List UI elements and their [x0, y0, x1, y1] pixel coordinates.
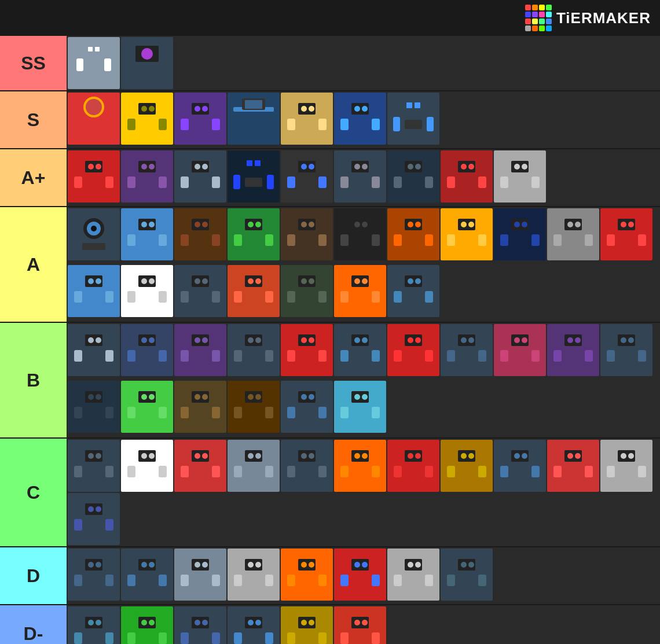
char-slot-s-4[interactable]	[281, 93, 333, 145]
char-slot-a-0[interactable]	[68, 208, 120, 260]
svg-point-224	[522, 222, 527, 227]
char-slot-ap-1[interactable]	[121, 150, 173, 203]
char-slot-b-15[interactable]	[281, 381, 333, 433]
char-slot-a-1[interactable]	[121, 208, 173, 260]
char-slot-a-2[interactable]	[174, 208, 226, 260]
char-slot-dm-4[interactable]	[281, 606, 333, 644]
char-slot-ap-2[interactable]	[174, 150, 226, 203]
svg-rect-409	[628, 365, 635, 373]
char-slot-a-12[interactable]	[121, 265, 173, 317]
svg-rect-61	[352, 134, 358, 142]
svg-rect-192	[299, 249, 305, 257]
char-slot-b-9[interactable]	[547, 324, 599, 376]
char-slot-ap-0[interactable]	[68, 150, 120, 203]
char-slot-b-1[interactable]	[121, 324, 173, 376]
svg-rect-472	[96, 481, 102, 489]
char-slot-b-13[interactable]	[174, 381, 226, 433]
svg-point-430	[195, 394, 200, 400]
char-slot-b-12[interactable]	[121, 381, 173, 433]
char-slot-b-6[interactable]	[387, 324, 439, 376]
char-slot-d-1[interactable]	[121, 549, 173, 601]
char-slot-b-3[interactable]	[228, 324, 280, 376]
svg-rect-426	[139, 422, 145, 430]
char-slot-c-0[interactable]	[68, 440, 120, 492]
char-slot-ap-4[interactable]	[281, 150, 333, 203]
char-slot-a-14[interactable]	[228, 265, 280, 317]
char-slot-b-10[interactable]	[600, 324, 652, 376]
svg-rect-524	[425, 466, 433, 477]
char-slot-a-5[interactable]	[334, 208, 386, 260]
char-slot-c-11[interactable]	[68, 493, 120, 545]
svg-rect-498	[245, 481, 252, 489]
svg-rect-577	[74, 575, 82, 586]
char-slot-s-1[interactable]	[121, 93, 173, 145]
char-slot-c-8[interactable]	[494, 440, 546, 492]
char-slot-d-4[interactable]	[281, 549, 333, 601]
char-slot-ap-6[interactable]	[387, 150, 439, 203]
char-slot-dm-1[interactable]	[121, 606, 173, 644]
char-slot-dm-3[interactable]	[228, 606, 280, 644]
svg-rect-407	[638, 350, 646, 362]
char-slot-d-3[interactable]	[228, 549, 280, 601]
char-slot-dm-5[interactable]	[334, 606, 386, 644]
char-slot-s-0[interactable]	[68, 93, 120, 145]
svg-rect-436	[202, 422, 208, 430]
char-slot-a-13[interactable]	[174, 265, 226, 317]
char-slot-b-0[interactable]	[68, 324, 120, 376]
char-slot-c-5[interactable]	[334, 440, 386, 492]
svg-rect-37	[192, 134, 199, 142]
char-slot-c-7[interactable]	[441, 440, 493, 492]
char-slot-ap-5[interactable]	[334, 150, 386, 203]
char-slot-d-0[interactable]	[68, 549, 120, 601]
char-slot-a-17[interactable]	[387, 265, 439, 317]
char-slot-s-6[interactable]	[387, 93, 439, 145]
svg-rect-29	[149, 134, 155, 142]
char-slot-c-9[interactable]	[547, 440, 599, 492]
tier-row-ss: SS	[0, 36, 660, 91]
char-slot-d-6[interactable]	[387, 549, 439, 601]
char-slot-a-15[interactable]	[281, 265, 333, 317]
char-slot-a-11[interactable]	[68, 265, 120, 317]
char-slot-a-7[interactable]	[441, 208, 493, 260]
char-slot-d-2[interactable]	[174, 549, 226, 601]
char-slot-s-3[interactable]	[228, 93, 280, 145]
svg-point-92	[195, 164, 200, 170]
char-slot-ap-7[interactable]	[441, 150, 493, 203]
char-slot-s-2[interactable]	[174, 93, 226, 145]
char-slot-a-16[interactable]	[334, 265, 386, 317]
char-slot-b-8[interactable]	[494, 324, 546, 376]
svg-rect-216	[454, 233, 479, 249]
char-slot-b-11[interactable]	[68, 381, 120, 433]
char-slot-ss-1[interactable]	[121, 37, 173, 89]
char-slot-c-1[interactable]	[121, 440, 173, 492]
char-slot-c-10[interactable]	[600, 440, 652, 492]
char-slot-dm-0[interactable]	[68, 606, 120, 644]
char-slot-ap-8[interactable]	[494, 150, 546, 203]
char-slot-c-6[interactable]	[387, 440, 439, 492]
char-slot-s-5[interactable]	[334, 93, 386, 145]
char-slot-b-2[interactable]	[174, 324, 226, 376]
char-slot-c-4[interactable]	[281, 440, 333, 492]
char-slot-b-14[interactable]	[228, 381, 280, 433]
svg-rect-388	[500, 350, 508, 362]
char-slot-b-7[interactable]	[441, 324, 493, 376]
char-slot-d-7[interactable]	[441, 549, 493, 601]
svg-rect-578	[105, 575, 113, 586]
char-slot-d-5[interactable]	[334, 549, 386, 601]
char-slot-dm-2[interactable]	[174, 606, 226, 644]
char-slot-b-4[interactable]	[281, 324, 333, 376]
svg-rect-460	[340, 407, 349, 418]
char-slot-a-8[interactable]	[494, 208, 546, 260]
char-slot-b-16[interactable]	[334, 381, 386, 433]
char-slot-ss-0[interactable]	[68, 37, 120, 89]
char-slot-c-2[interactable]	[174, 440, 226, 492]
char-slot-b-5[interactable]	[334, 324, 386, 376]
char-slot-ap-3[interactable]	[228, 150, 280, 203]
char-slot-a-9[interactable]	[547, 208, 599, 260]
char-slot-a-3[interactable]	[228, 208, 280, 260]
char-slot-a-4[interactable]	[281, 208, 333, 260]
char-slot-a-10[interactable]	[600, 208, 652, 260]
svg-rect-309	[405, 306, 412, 314]
char-slot-a-6[interactable]	[387, 208, 439, 260]
char-slot-c-3[interactable]	[228, 440, 280, 492]
